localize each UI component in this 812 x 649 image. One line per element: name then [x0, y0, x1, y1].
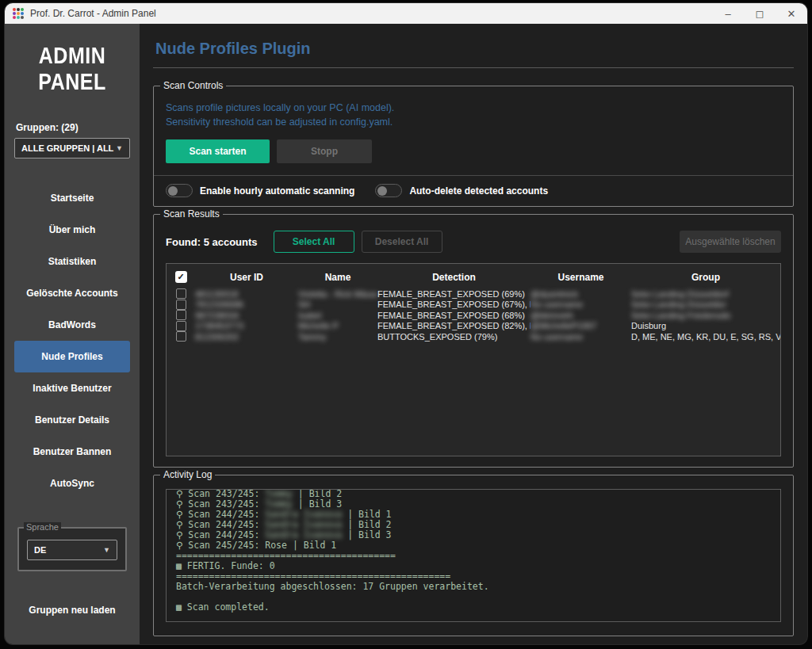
row-checkbox[interactable]: [176, 331, 186, 342]
scan-controls-divider: [154, 175, 793, 176]
scan-stop-button[interactable]: Stopp: [277, 139, 372, 163]
window-title: Prof. Dr. Carrot - Admin Panel: [30, 8, 156, 19]
sidebar-item-badwords[interactable]: BadWords: [14, 309, 130, 341]
scan-controls-label: Scan Controls: [160, 80, 226, 91]
found-accounts-label: Found: 5 accounts: [166, 236, 258, 248]
main-content: Nude Profiles Plugin Scan Controls Scans…: [140, 24, 807, 644]
row-checkbox[interactable]: [176, 321, 186, 331]
cell-username: No username: [530, 300, 631, 309]
groups-dropdown[interactable]: ALLE GRUPPEN | ALL ▼: [14, 138, 130, 158]
cell-user-id: 7812336686: [195, 300, 298, 309]
app-logo-dot: [17, 16, 20, 19]
table-row[interactable]: 812306202TammyBUTTOCKS_EXPOSED (79%)No u…: [167, 331, 780, 342]
toggle-switch[interactable]: [375, 184, 402, 197]
chevron-down-icon: ▼: [116, 144, 123, 152]
app-logo-icon: [13, 8, 24, 19]
select-all-checkbox[interactable]: ✓: [175, 271, 187, 283]
row-checkbox-cell: [167, 321, 195, 331]
cell-detection: FEMALE_BREAST_EXPOSED (68%): [377, 311, 530, 320]
cell-username: No username: [530, 332, 631, 342]
sidebar-item-inaktive-benutzer[interactable]: Inaktive Benutzer: [14, 372, 130, 404]
scan-controls-groupbox: Scan Controls Scans profile pictures loc…: [153, 86, 794, 207]
log-text: ========================================…: [176, 571, 450, 582]
log-text: ⚲ Scan 243/245:: [176, 498, 265, 510]
log-line: Batch-Verarbeitung abgeschlossen: 17 Gru…: [176, 582, 771, 592]
cell-name: Michelle P: [298, 321, 377, 330]
sidebar-item-nude-profiles[interactable]: Nude Profiles: [14, 341, 130, 372]
row-checkbox[interactable]: [176, 288, 186, 299]
close-button[interactable]: ✕: [776, 3, 807, 24]
row-checkbox[interactable]: [176, 310, 186, 320]
app-logo-dot: [13, 8, 16, 11]
cell-name: SH: [298, 300, 377, 309]
log-redacted-text: Sandra Ivanova: [265, 519, 342, 530]
cell-name: Violetta - Rick Mäuser: [298, 289, 377, 299]
cell-user-id: 481130018: [195, 289, 298, 299]
groups-dropdown-value: ALLE GRUPPEN | ALL: [21, 143, 113, 153]
log-text: ▩ FERTIG. Funde: 0: [176, 560, 275, 571]
log-text: ⚲ Scan 244/245:: [176, 509, 265, 520]
sidebar-item-statistiken[interactable]: Statistiken: [14, 246, 130, 277]
delete-selected-button[interactable]: Ausgewählte löschen: [680, 231, 781, 253]
app-logo-dot: [21, 12, 24, 15]
scan-start-button[interactable]: Scan starten: [166, 139, 270, 163]
table-row[interactable]: 1738453773Michelle PFEMALE_BREAST_EXPOSE…: [167, 321, 780, 332]
row-checkbox-cell: [167, 300, 195, 310]
log-text: ⚲ Scan 245/245: Rose | Bild 1: [176, 540, 336, 551]
app-logo-dot: [21, 8, 24, 11]
cell-user-id: 987238034: [195, 311, 298, 320]
scan-description-line2: Sensitivity threshold can be adjusted in…: [166, 115, 793, 129]
row-checkbox[interactable]: [176, 300, 186, 310]
app-logo-dot: [17, 12, 20, 15]
cell-username: @dyamlnick: [530, 289, 631, 299]
language-groupbox: Sprache DE ▼: [17, 527, 127, 571]
cell-name: Tammy: [298, 332, 377, 342]
app-logo-dot: [13, 12, 16, 15]
sidebar-nav: StartseiteÜber michStatistikenGelöschte …: [5, 182, 140, 499]
cell-user-id: 1738453773: [195, 321, 298, 330]
toggle-knob: [168, 186, 178, 196]
toggle-label: Auto-delete detected accounts: [409, 185, 548, 197]
deselect-all-button[interactable]: Deselect All: [362, 231, 442, 253]
sidebar-item-benutzer-bannen[interactable]: Benutzer Bannen: [14, 436, 130, 468]
sidebar-item-autosync[interactable]: AutoSync: [14, 468, 130, 499]
scan-description-line1: Scans profile pictures locally on your P…: [166, 101, 793, 115]
sidebar-item-benutzer-details[interactable]: Benutzer Details: [14, 404, 130, 436]
cell-detection: BUTTOCKS_EXPOSED (79%): [377, 332, 530, 342]
toggle-row: Auto-delete detected accounts: [375, 184, 548, 197]
sidebar-item--ber-mich[interactable]: Über mich: [14, 214, 130, 246]
table-row[interactable]: 7812336686SHFEMALE_BREAST_EXPOSED (67%),…: [167, 300, 780, 311]
table-row[interactable]: 481130018Violetta - Rick MäuserFEMALE_BR…: [167, 288, 780, 300]
app-logo-dot: [13, 16, 16, 19]
cell-detection: FEMALE_BREAST_EXPOSED (67%), FE: [377, 300, 530, 309]
sidebar-item-startseite[interactable]: Startseite: [14, 182, 130, 214]
groups-count-label: Gruppen: (29): [16, 122, 140, 133]
log-text: ⚲ Scan 244/245:: [176, 529, 265, 540]
col-header-detection: Detection: [377, 272, 530, 283]
log-text: | Bild 3: [293, 498, 342, 510]
log-redacted-text: Sandra Ivanova: [265, 509, 342, 520]
toggle-switch[interactable]: [166, 184, 193, 197]
activity-log-groupbox: Activity Log ⚲ Scan 243/245: Tommy | Bil…: [153, 475, 794, 636]
reload-groups-button[interactable]: Gruppen neu laden: [5, 605, 140, 616]
page-title: Nude Profiles Plugin: [155, 40, 794, 58]
sidebar: ADMIN PANEL Gruppen: (29) ALLE GRUPPEN |…: [5, 24, 140, 644]
language-dropdown-value: DE: [34, 545, 46, 555]
select-all-button[interactable]: Select All: [274, 231, 354, 253]
cell-detection: FEMALE_BREAST_EXPOSED (82%), FE: [377, 321, 530, 330]
sidebar-item-gel-schte-accounts[interactable]: Gelöschte Accounts: [14, 277, 130, 309]
activity-log[interactable]: ⚲ Scan 243/245: Tommy | Bild 2⚲ Scan 243…: [166, 489, 781, 622]
scan-results-groupbox: Scan Results Found: 5 accounts Select Al…: [153, 214, 794, 468]
cell-group: Seko Landing Düsseldorf: [631, 289, 780, 299]
log-text: ⚲ Scan 244/245:: [176, 519, 265, 530]
toggle-label: Enable hourly automatic scanning: [200, 185, 354, 197]
minimize-button[interactable]: –: [712, 3, 744, 24]
table-row[interactable]: 987238034IsabelFEMALE_BREAST_EXPOSED (68…: [167, 310, 780, 321]
row-checkbox-cell: [167, 331, 195, 342]
maximize-button[interactable]: ◻: [744, 3, 776, 24]
cell-name: Isabel: [298, 311, 377, 320]
cell-group: Seko Landing Düsseldor: [631, 300, 780, 309]
col-header-username: Username: [530, 272, 631, 283]
language-dropdown[interactable]: DE ▼: [27, 540, 117, 560]
app-logo-dot: [17, 8, 20, 11]
